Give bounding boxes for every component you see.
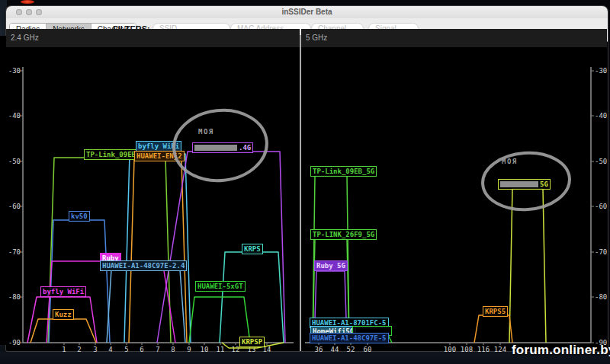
desktop: inSSIDer Beta Radios Networks Channels F… <box>0 0 610 364</box>
annotation-layer <box>0 0 610 364</box>
hand-drawn-circle <box>481 150 572 212</box>
watermark: forum.onliner.by <box>512 343 610 358</box>
hand-drawn-circle <box>171 106 271 185</box>
